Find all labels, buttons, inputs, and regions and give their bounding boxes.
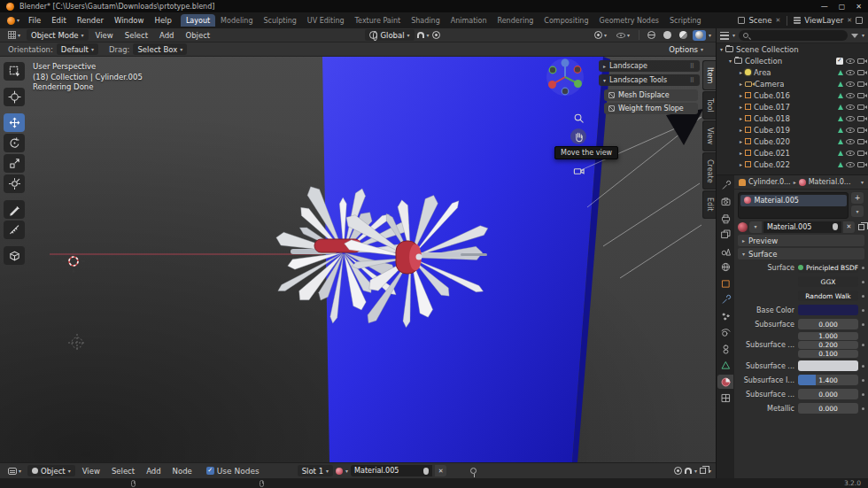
breadcrumb-options-chevron-icon[interactable]: ▾: [861, 180, 864, 185]
keyframe-dot-icon[interactable]: [862, 393, 864, 396]
hide-viewport-icon[interactable]: [846, 116, 855, 121]
tab-physics[interactable]: [717, 326, 733, 340]
viewport-menu-select[interactable]: Select: [120, 30, 152, 41]
outliner-item-cube019[interactable]: ▸ Cube.019: [717, 124, 868, 136]
show-overlays-button[interactable]: ▾: [613, 33, 633, 38]
tab-output[interactable]: [717, 211, 733, 225]
workspace-tab-compositing[interactable]: Compositing: [539, 14, 593, 27]
keyframe-dot-icon[interactable]: [862, 344, 864, 346]
new-view-layer-icon[interactable]: [856, 17, 863, 24]
hide-viewport-icon[interactable]: [846, 58, 855, 64]
material-slot-row[interactable]: Material.005: [740, 195, 847, 206]
shader-menu-node[interactable]: Node: [168, 466, 197, 476]
tab-constraints[interactable]: [717, 342, 733, 356]
snap-options-chevron-icon[interactable]: ▾: [694, 469, 697, 474]
tool-cursor[interactable]: [4, 88, 25, 106]
chevron-down-icon[interactable]: ▾: [732, 33, 735, 38]
breadcrumb-material[interactable]: Material.0...: [809, 178, 851, 186]
workspace-tab-scripting[interactable]: Scripting: [664, 14, 707, 27]
weight-from-slope-button[interactable]: Weight from Slope: [604, 103, 698, 114]
view-layer-selector[interactable]: ViewLayer: [804, 16, 843, 25]
expand-arrow-icon[interactable]: ▸: [740, 116, 742, 121]
disable-render-icon[interactable]: [857, 58, 864, 64]
shading-solid-button[interactable]: [661, 30, 674, 41]
camera-view-button[interactable]: [570, 163, 586, 179]
snap-options-chevron-icon[interactable]: ▾: [427, 33, 430, 38]
overlay-toggle-icon[interactable]: [700, 468, 706, 474]
filter-icon[interactable]: [851, 34, 858, 38]
tab-render[interactable]: [717, 195, 733, 209]
fake-user-icon[interactable]: [833, 223, 838, 230]
hide-viewport-icon[interactable]: [846, 128, 855, 133]
shading-material-button[interactable]: [677, 30, 690, 41]
browse-material-chevron-icon[interactable]: ▾: [345, 469, 348, 474]
transform-orientation-dropdown[interactable]: Global▾: [365, 29, 414, 41]
radius-x-slider[interactable]: 1.000: [798, 332, 858, 340]
view-layer-unlink-icon[interactable]: ✕: [847, 17, 852, 24]
new-material-icon[interactable]: [858, 224, 864, 230]
move-view-button[interactable]: [570, 128, 586, 144]
outliner-item-cube017[interactable]: ▸ Cube.017: [717, 101, 868, 112]
scene-unlink-icon[interactable]: ✕: [775, 17, 780, 24]
menu-edit[interactable]: Edit: [46, 14, 71, 27]
tool-rotate[interactable]: [4, 134, 25, 152]
landscape-panel-header[interactable]: ▸Landscape⠿: [599, 60, 700, 72]
collection-checkbox[interactable]: ✓: [836, 58, 843, 65]
distribution-dropdown[interactable]: GGX: [798, 276, 858, 287]
radius-z-slider[interactable]: 0.100: [798, 350, 858, 358]
workspace-tab-layout[interactable]: Layout: [181, 14, 215, 27]
hide-viewport-icon[interactable]: [846, 151, 855, 156]
hide-viewport-icon[interactable]: [846, 70, 855, 75]
expand-arrow-icon[interactable]: ▸: [740, 70, 742, 75]
keyframe-dot-icon[interactable]: [862, 365, 864, 368]
object-type-visibility-button[interactable]: ▾: [591, 31, 610, 39]
outliner-item-cube020[interactable]: ▸ Cube.020: [717, 136, 868, 147]
workspace-tab-rendering[interactable]: Rendering: [492, 14, 539, 27]
material-name-field[interactable]: Material.005: [763, 221, 841, 233]
outliner-item-camera[interactable]: ▸ Camera: [717, 78, 868, 89]
hide-viewport-icon[interactable]: [846, 81, 855, 87]
app-menu-button[interactable]: ▾: [4, 17, 23, 25]
menu-help[interactable]: Help: [150, 14, 177, 27]
keyframe-dot-icon[interactable]: [862, 281, 864, 283]
viewport-3d[interactable]: User Perspective (18) Collection | Cylin…: [0, 57, 716, 462]
keyframe-dot-icon[interactable]: [862, 309, 864, 312]
navigation-gizmo[interactable]: [545, 57, 585, 99]
workspace-tab-uv-editing[interactable]: UV Editing: [302, 14, 350, 27]
disable-render-icon[interactable]: [857, 151, 864, 156]
landscape-tools-panel-header[interactable]: ▾Landscape Tools⠿: [599, 74, 700, 86]
disable-render-icon[interactable]: [857, 139, 864, 144]
surface-panel-header[interactable]: ▾Surface: [738, 248, 864, 259]
sss-method-dropdown[interactable]: Random Walk: [798, 290, 858, 301]
sidebar-tab-view[interactable]: View: [702, 120, 716, 151]
keyframe-dot-icon[interactable]: [862, 407, 864, 410]
tool-add-cube[interactable]: [4, 246, 25, 265]
unlink-material-button[interactable]: ✕: [435, 465, 446, 476]
snap-target-icon[interactable]: [674, 467, 682, 475]
hide-viewport-icon[interactable]: [846, 93, 855, 98]
options-dropdown[interactable]: Options▾: [664, 43, 708, 55]
outliner-item-cube018[interactable]: ▸ Cube.018: [717, 112, 868, 124]
tab-object[interactable]: [717, 276, 733, 290]
tab-tool[interactable]: [717, 178, 733, 192]
material-slot-list[interactable]: Material.005: [738, 192, 849, 219]
menu-window[interactable]: Window: [109, 14, 150, 27]
maximize-button[interactable]: ▢: [839, 3, 846, 11]
outliner-search-input[interactable]: [739, 30, 848, 41]
pin-icon[interactable]: [470, 468, 477, 474]
tab-world[interactable]: [717, 260, 733, 275]
preview-panel-header[interactable]: ▸Preview: [738, 235, 864, 246]
disable-render-icon[interactable]: [857, 93, 864, 98]
expand-arrow-icon[interactable]: ▾: [729, 58, 732, 64]
outliner-item-cube022[interactable]: ▸ Cube.022: [717, 159, 868, 170]
hide-viewport-icon[interactable]: [846, 139, 855, 144]
scene-selector[interactable]: Scene: [748, 16, 771, 25]
tool-select-box[interactable]: [4, 62, 25, 81]
tool-annotate[interactable]: [4, 200, 25, 219]
sidebar-tab-edit[interactable]: Edit: [702, 190, 716, 219]
tab-modifiers[interactable]: [717, 293, 733, 307]
subsurface-ior-slider[interactable]: 1.400: [798, 375, 858, 385]
tab-texture[interactable]: [717, 391, 733, 406]
material-preview-thumb[interactable]: [738, 222, 748, 232]
mesh-displace-button[interactable]: Mesh Displace: [604, 89, 698, 101]
